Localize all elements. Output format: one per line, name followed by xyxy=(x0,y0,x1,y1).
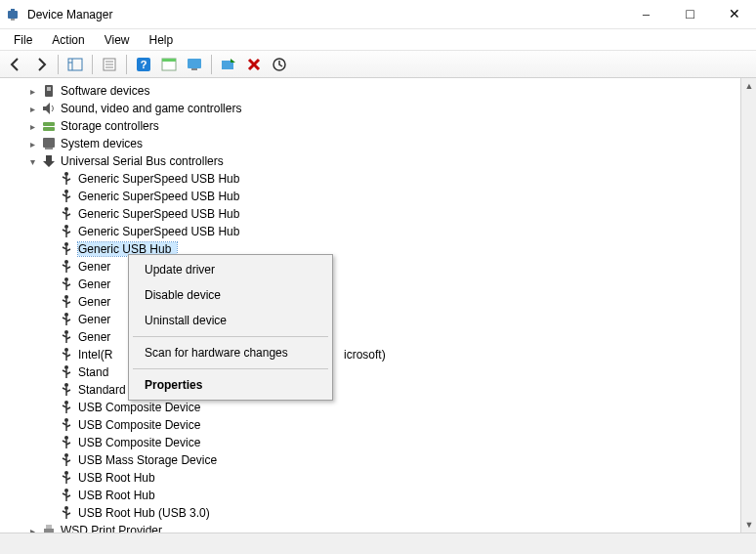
expander-icon[interactable]: ▸ xyxy=(25,84,39,98)
usb-icon xyxy=(59,364,78,380)
category-label: Storage controllers xyxy=(61,119,165,133)
toolbar-separator xyxy=(58,55,59,74)
usb-icon xyxy=(59,241,78,257)
tree-device[interactable]: USB Composite Device xyxy=(8,434,740,451)
expander-icon[interactable]: ▸ xyxy=(25,102,39,115)
device-label: Gener xyxy=(78,313,116,326)
tree-device[interactable]: Generic USB Hub xyxy=(8,240,740,258)
device-label: USB Composite Device xyxy=(78,418,206,432)
tree-category[interactable]: ▸Software devices xyxy=(8,82,740,100)
usb-icon xyxy=(59,452,78,468)
device-label-suffix: icrosoft) xyxy=(344,348,386,362)
tree-device[interactable]: Generic SuperSpeed USB Hub xyxy=(8,170,740,188)
tree-device[interactable]: USB Root Hub xyxy=(8,469,740,487)
tree-device[interactable]: Gener xyxy=(8,311,740,328)
tree-device[interactable]: Gener xyxy=(8,258,740,276)
tree-device[interactable]: USB Composite Device xyxy=(8,399,740,416)
tree-device[interactable]: USB Root Hub (USB 3.0) xyxy=(8,504,740,522)
forward-button[interactable] xyxy=(29,53,53,76)
device-label: USB Root Hub (USB 3.0) xyxy=(78,506,216,520)
show-hidden-button[interactable] xyxy=(183,53,206,76)
category-label: Universal Serial Bus controllers xyxy=(61,154,230,168)
context-menu: Update driver Disable device Uninstall d… xyxy=(128,254,333,401)
tree-device[interactable]: USB Composite Device xyxy=(8,416,740,434)
tree-category[interactable]: ▸WSD Print Provider xyxy=(8,522,740,533)
device-label: Generic SuperSpeed USB Hub xyxy=(78,225,245,238)
tree-device[interactable]: Gener xyxy=(8,328,740,346)
device-label: Gener xyxy=(78,277,116,291)
toolbar-separator xyxy=(126,55,127,74)
cm-separator xyxy=(133,368,328,369)
device-label: USB Composite Device xyxy=(78,436,206,449)
console-tree-icon xyxy=(67,57,83,72)
maximize-button[interactable]: □ xyxy=(668,0,712,29)
tree-device[interactable]: Gener xyxy=(8,293,740,311)
category-icon xyxy=(41,83,61,99)
device-label: Gener xyxy=(78,260,116,274)
status-strip xyxy=(0,533,756,554)
expander-icon[interactable]: ▸ xyxy=(25,119,39,133)
menu-action[interactable]: Action xyxy=(42,31,94,49)
vertical-scrollbar[interactable]: ▲ ▼ xyxy=(740,78,756,533)
tree-category[interactable]: ▸Sound, video and game controllers xyxy=(8,100,740,117)
toolbar xyxy=(0,51,756,78)
tree-category[interactable]: ▸System devices xyxy=(8,135,740,152)
cm-scan-hardware[interactable]: Scan for hardware changes xyxy=(131,340,330,365)
properties-button[interactable] xyxy=(98,53,121,76)
tree-device[interactable]: USB Root Hub xyxy=(8,487,740,504)
back-button[interactable] xyxy=(4,53,27,76)
tree-device[interactable]: Generic SuperSpeed USB Hub xyxy=(8,205,740,223)
help-button[interactable] xyxy=(132,53,155,76)
toolbar-separator xyxy=(211,55,212,74)
scroll-down-button[interactable]: ▼ xyxy=(741,517,756,533)
usb-icon xyxy=(59,347,78,362)
tree-device[interactable]: Standard Enhanced PCI to USB Host Contro… xyxy=(8,381,740,399)
cm-properties[interactable]: Properties xyxy=(131,372,330,398)
expander-icon[interactable]: ▸ xyxy=(25,524,39,533)
console-tree-button[interactable] xyxy=(63,53,87,76)
menu-file[interactable]: File xyxy=(4,31,42,49)
usb-icon xyxy=(59,417,78,433)
monitor-icon xyxy=(187,57,202,72)
tree-device[interactable]: Generic SuperSpeed USB Hub xyxy=(8,188,740,205)
cm-disable-device[interactable]: Disable device xyxy=(131,282,330,308)
scroll-up-button[interactable]: ▲ xyxy=(741,78,756,94)
usb-icon xyxy=(59,277,78,292)
device-label: USB Composite Device xyxy=(78,401,206,414)
menu-help[interactable]: Help xyxy=(140,31,184,49)
usb-icon xyxy=(59,224,78,239)
tree-category[interactable]: ▸Storage controllers xyxy=(8,117,740,135)
tree-device[interactable]: Gener xyxy=(8,276,740,293)
back-arrow-icon xyxy=(8,57,23,72)
category-label: System devices xyxy=(61,137,148,150)
device-label: Gener xyxy=(78,295,116,309)
tree-device[interactable]: Intel(Ricrosoft) xyxy=(8,346,740,363)
device-label: Stand xyxy=(78,365,114,379)
scan-hardware-button[interactable] xyxy=(217,53,240,76)
tree-device[interactable]: Stand xyxy=(8,363,740,381)
cm-uninstall-device[interactable]: Uninstall device xyxy=(131,308,330,333)
expander-icon[interactable]: ▾ xyxy=(25,154,39,168)
action-dropdown-button[interactable] xyxy=(157,53,181,76)
device-label: USB Root Hub xyxy=(78,489,161,502)
usb-icon xyxy=(59,505,78,521)
usb-icon xyxy=(59,171,78,187)
minimize-button[interactable]: – xyxy=(624,0,668,29)
tree-device[interactable]: USB Mass Storage Device xyxy=(8,451,740,469)
update-driver-button[interactable] xyxy=(268,53,291,76)
category-icon xyxy=(41,101,61,116)
tree-device[interactable]: Generic SuperSpeed USB Hub xyxy=(8,223,740,240)
category-icon xyxy=(41,153,61,169)
usb-icon xyxy=(59,435,78,450)
uninstall-device-icon xyxy=(246,57,262,72)
usb-icon xyxy=(59,329,78,345)
menu-view[interactable]: View xyxy=(95,31,140,49)
uninstall-button[interactable] xyxy=(242,53,266,76)
close-button[interactable]: ✕ xyxy=(712,0,756,29)
device-label: USB Root Hub xyxy=(78,471,161,485)
tree-category[interactable]: ▾Universal Serial Bus controllers xyxy=(8,152,740,170)
device-label: Gener xyxy=(78,330,116,344)
cm-update-driver[interactable]: Update driver xyxy=(131,257,330,282)
expander-icon[interactable]: ▸ xyxy=(25,137,39,150)
device-tree[interactable]: ▸Software devices▸Sound, video and game … xyxy=(0,78,740,533)
